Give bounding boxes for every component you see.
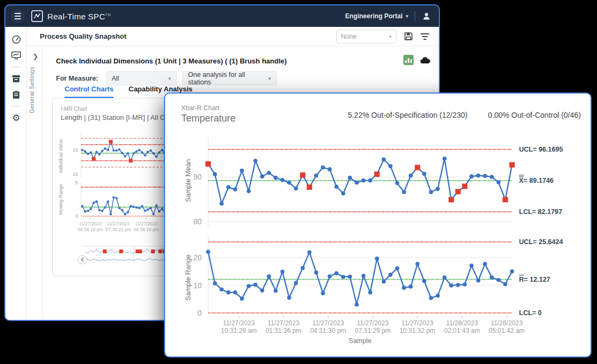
svg-text:R= 12.127: R= 12.127 (519, 276, 550, 283)
trademark: TM (105, 13, 111, 17)
svg-text:11/27/2023: 11/27/2023 (312, 319, 344, 327)
svg-text:11/27/2023: 11/27/2023 (267, 319, 299, 327)
caret-down-icon: ▾ (163, 76, 171, 81)
svg-text:UCL= 25.6424: UCL= 25.6424 (519, 238, 563, 246)
svg-text:UCL= 96.1695: UCL= 96.1695 (519, 146, 563, 153)
tab-control-charts[interactable]: Control Charts (65, 85, 113, 98)
svg-text:10:31:32 pm: 10:31:32 pm (400, 327, 436, 334)
general-settings-rail: ❯ General Settings (27, 46, 43, 320)
xbar-chart-title: Temperature (181, 113, 236, 124)
section-title: Check Individual Dimensions (1 Unit | 3 … (56, 57, 287, 65)
imr-chart-type-label: I-MR Chart (61, 106, 87, 112)
svg-text:X= 89.1746: X= 89.1746 (519, 177, 553, 184)
svg-text:0: 0 (197, 309, 202, 317)
analysis-value: One analysis for all stations (188, 71, 263, 86)
caret-down-icon: ▾ (406, 13, 408, 19)
svg-text:01:31:36 pm: 01:31:36 pm (266, 327, 302, 334)
svg-text:15: 15 (73, 147, 78, 153)
stats-row: 5.22% Out-of-Specification (12/230) 0.00… (348, 111, 581, 119)
gear-icon: ⚙ (12, 113, 20, 123)
measure-value: All (112, 75, 119, 82)
svg-text:LCL= 0: LCL= 0 (519, 309, 542, 317)
archive-box-icon (12, 75, 20, 83)
nav-sidebar: ⚙ (5, 27, 27, 320)
svg-text:04:31:30 pm: 04:31:30 pm (310, 327, 346, 334)
svg-text:11/27/2023: 11/27/2023 (401, 319, 433, 327)
svg-text:Sample Range: Sample Range (184, 254, 192, 301)
sidebar-item-settings[interactable]: ⚙ (5, 110, 27, 126)
svg-text:05:01:42 am: 05:01:42 am (489, 327, 525, 334)
controls-row: For Measure: All ▾ One analysis for all … (56, 71, 277, 85)
cloud-download-icon[interactable] (420, 56, 430, 64)
caret-down-icon: ▾ (389, 34, 392, 39)
portal-label: Engineering Portal (345, 12, 403, 20)
report-template-value: None (341, 33, 357, 40)
svg-text:08:36:18 pm: 08:36:18 pm (133, 227, 159, 232)
sidebar-item-dashboard[interactable] (5, 31, 27, 47)
svg-text:11/27/2023: 11/27/2023 (135, 221, 158, 226)
xbar-r-overlay-card: Xbar-R Chart Temperature 5.22% Out-of-Sp… (164, 92, 592, 358)
toolbar: Process Quality Snapshot None ▾ (27, 27, 440, 46)
svg-text:20: 20 (193, 253, 202, 262)
caret-down-icon: ▾ (263, 76, 271, 81)
sidebar-item-audit[interactable] (5, 87, 27, 103)
user-icon[interactable] (422, 11, 431, 21)
svg-text:90: 90 (193, 173, 202, 181)
filter-icon[interactable] (421, 33, 429, 40)
svg-text:07:36:22 pm: 07:36:22 pm (105, 227, 131, 232)
svg-text:07:31:29 pm: 07:31:29 pm (355, 327, 391, 334)
svg-text:11/27/2023: 11/27/2023 (357, 319, 388, 327)
clipboard-icon (12, 90, 20, 99)
svg-text:11/27/2023: 11/27/2023 (223, 319, 254, 327)
stat-out-of-specification: 5.22% Out-of-Specification (12/230) (348, 111, 468, 119)
hamburger-menu-button[interactable] (11, 9, 25, 23)
svg-text:Sample Mean: Sample Mean (184, 159, 192, 202)
svg-text:LCL= 82.1797: LCL= 82.1797 (519, 208, 562, 216)
collapse-chevron[interactable]: ❯ (33, 53, 38, 60)
sidebar-item-inventory[interactable] (5, 70, 27, 87)
sidebar-item-process-monitor[interactable] (5, 47, 27, 63)
svg-text:11/28/2023: 11/28/2023 (446, 319, 478, 327)
header-divider (415, 11, 415, 21)
app-header: Real-Time SPCTM Engineering Portal ▾ (5, 5, 439, 27)
monitor-chart-icon (11, 51, 21, 60)
svg-text:5: 5 (75, 180, 78, 185)
xbar-chart-type-label: Xbar-R Chart (181, 104, 219, 112)
report-template-select[interactable]: None ▾ (336, 30, 396, 44)
svg-text:80: 80 (193, 217, 202, 226)
spc-logo-icon (31, 10, 43, 22)
svg-text:11/28/2023: 11/28/2023 (491, 319, 522, 327)
svg-text:0: 0 (75, 213, 78, 219)
sidebar-divider (11, 67, 22, 67)
save-icon[interactable] (404, 32, 413, 41)
svg-text:10: 10 (193, 281, 202, 290)
analysis-select[interactable]: One analysis for all stations ▾ (182, 71, 277, 85)
svg-text:11/27/2023: 11/27/2023 (107, 221, 130, 226)
sidebar-divider (11, 106, 22, 106)
svg-text:Moving Range: Moving Range (58, 184, 63, 215)
svg-text:06:36:19 pm: 06:36:19 pm (77, 227, 103, 232)
svg-text:02:01:43 am: 02:01:43 am (444, 327, 480, 334)
chart-view-button[interactable] (403, 55, 414, 65)
gauge-icon (12, 35, 21, 44)
svg-text:10: 10 (73, 172, 78, 177)
svg-text:10:31:29 am: 10:31:29 am (221, 327, 257, 334)
app-title: Real-Time SPCTM (47, 12, 111, 21)
general-settings-label: General Settings (29, 67, 35, 113)
xbar-r-chart: 9080Sample MeanUCL= 96.1695X= 89.1746LCL… (165, 131, 593, 357)
screen: Real-Time SPCTM Engineering Portal ▾ (0, 0, 597, 364)
portal-switcher[interactable]: Engineering Portal ▾ (345, 12, 408, 20)
page-title: Process Quality Snapshot (40, 32, 126, 40)
for-measure-label: For Measure: (56, 75, 98, 82)
svg-text:Individual Value: Individual Value (58, 139, 63, 173)
measure-select[interactable]: All ▾ (106, 71, 177, 85)
svg-text:Sample: Sample (349, 337, 371, 345)
stat-out-of-control: 0.00% Out-of-Control (0/46) (488, 111, 581, 119)
svg-text:11/27/2023: 11/27/2023 (79, 221, 102, 226)
